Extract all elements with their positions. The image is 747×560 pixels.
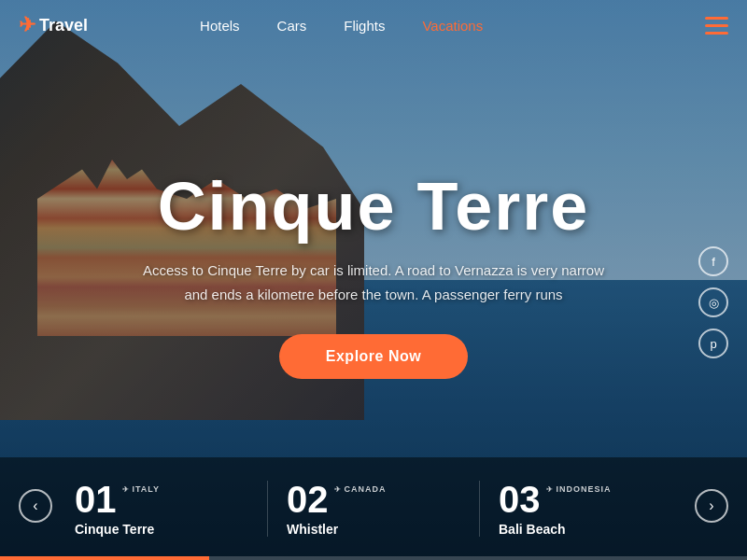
next-arrow-button[interactable]: › bbox=[695, 489, 728, 523]
hamburger-line-1 bbox=[705, 17, 728, 20]
dest-number-row-2: 03 INDONESIA bbox=[499, 481, 672, 518]
facebook-icon[interactable]: f bbox=[698, 246, 728, 276]
hamburger-line-2 bbox=[705, 24, 728, 27]
dest-number-row-0: 01 ITALY bbox=[75, 481, 248, 518]
prev-arrow-button[interactable]: ‹ bbox=[19, 489, 52, 523]
dest-divider-0 bbox=[267, 481, 268, 537]
pinterest-icon[interactable]: p bbox=[698, 329, 728, 358]
navbar: ✈ Travel Hotels Cars Flights Vacations bbox=[0, 0, 747, 50]
dest-country-0: ITALY bbox=[122, 484, 161, 494]
logo-icon: ✈ bbox=[19, 13, 35, 37]
destination-item-2[interactable]: 03 INDONESIA Bali Beach bbox=[489, 481, 682, 537]
hero-content: Cinque Terre Access to Cinque Terre by c… bbox=[140, 173, 607, 379]
explore-button[interactable]: Explore Now bbox=[279, 334, 468, 379]
prev-arrow-icon: ‹ bbox=[33, 497, 37, 514]
dest-name-0: Cinque Terre bbox=[75, 522, 248, 537]
dest-name-2: Bali Beach bbox=[499, 522, 672, 537]
dest-number-1: 02 bbox=[287, 481, 329, 518]
brand-name: Travel bbox=[39, 16, 88, 35]
nav-link-cars[interactable]: Cars bbox=[277, 18, 307, 34]
dest-number-0: 01 bbox=[75, 481, 117, 518]
destinations-bar: 01 ITALY Cinque Terre 02 CANADA Whistler… bbox=[0, 457, 747, 560]
next-arrow-icon: › bbox=[709, 497, 713, 514]
nav-link-flights[interactable]: Flights bbox=[344, 18, 385, 34]
hamburger-menu[interactable] bbox=[705, 17, 728, 35]
nav-link-vacations[interactable]: Vacations bbox=[422, 18, 483, 34]
progress-bar bbox=[0, 556, 209, 560]
nav-link-hotels[interactable]: Hotels bbox=[200, 18, 240, 34]
dest-name-1: Whistler bbox=[287, 522, 460, 537]
nav-links: Hotels Cars Flights Vacations bbox=[200, 18, 483, 34]
dest-number-2: 03 bbox=[499, 481, 541, 518]
social-icons: f ◎ p bbox=[698, 246, 728, 358]
dest-divider-1 bbox=[479, 481, 480, 537]
dest-number-row-1: 02 CANADA bbox=[287, 481, 460, 518]
dest-country-2: INDONESIA bbox=[546, 484, 612, 494]
logo: ✈ Travel bbox=[19, 13, 88, 37]
dest-country-1: CANADA bbox=[334, 484, 387, 494]
instagram-icon[interactable]: ◎ bbox=[698, 287, 728, 317]
progress-container bbox=[0, 556, 747, 560]
destination-item-1[interactable]: 02 CANADA Whistler bbox=[277, 481, 470, 537]
hero-title: Cinque Terre bbox=[140, 173, 607, 240]
destination-item-0[interactable]: 01 ITALY Cinque Terre bbox=[65, 481, 258, 537]
hero-description: Access to Cinque Terre by car is limited… bbox=[140, 259, 607, 306]
hamburger-line-3 bbox=[705, 32, 728, 35]
